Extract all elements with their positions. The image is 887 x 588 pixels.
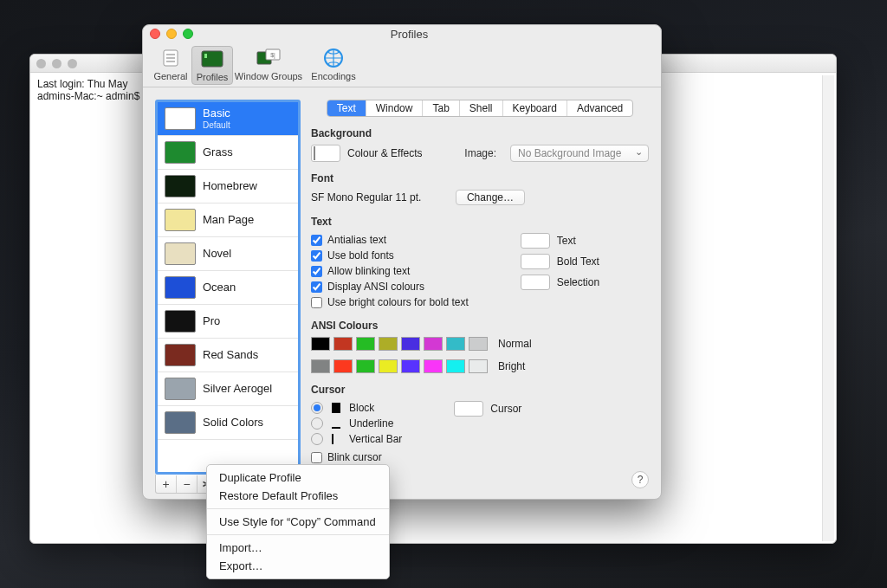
profile-name: Red Sands: [203, 349, 258, 362]
ansi-color-well[interactable]: [379, 337, 398, 351]
profile-thumbnail: [165, 141, 196, 164]
ansi-color-well[interactable]: [356, 337, 375, 351]
profile-thumbnail: [165, 175, 196, 197]
toolbar-window-groups[interactable]: $| Window Groups: [233, 46, 304, 83]
cursor-underline-radio[interactable]: Underline: [311, 417, 402, 430]
profile-thumbnail: [165, 209, 196, 231]
ansi-color-well[interactable]: [333, 337, 353, 351]
ansi-color-well[interactable]: [469, 359, 488, 373]
remove-profile-button[interactable]: −: [177, 475, 197, 493]
ansi-colours-checkbox[interactable]: Display ANSI colours: [311, 281, 469, 293]
scrollbar[interactable]: [822, 75, 834, 541]
ansi-color-well[interactable]: [356, 359, 375, 373]
toolbar-encodings[interactable]: Encodings: [304, 46, 363, 83]
close-icon[interactable]: [150, 29, 160, 39]
profile-item-man-page[interactable]: Man Page: [158, 204, 298, 237]
profile-item-grass[interactable]: Grass: [158, 136, 298, 170]
ansi-color-well[interactable]: [469, 337, 488, 351]
svg-rect-4: [202, 51, 223, 67]
svg-rect-5: [204, 54, 207, 58]
profile-item-pro[interactable]: Pro: [158, 305, 298, 339]
profile-thumbnail: [165, 411, 196, 434]
minimize-icon[interactable]: [52, 59, 62, 68]
ansi-color-well[interactable]: [446, 359, 465, 373]
terminal-line: admins-Mac:~ admin$: [37, 90, 139, 102]
profile-thumbnail: [165, 344, 196, 366]
add-profile-button[interactable]: +: [156, 475, 177, 493]
profile-list[interactable]: BasicDefaultGrassHomebrewMan PageNovelOc…: [155, 100, 301, 475]
font-value: SF Mono Regular 11 pt.: [311, 191, 421, 204]
tab-shell[interactable]: Shell: [460, 100, 503, 116]
ansi-color-well[interactable]: [401, 337, 420, 351]
toolbar-general[interactable]: General: [150, 46, 191, 83]
bold-text-color-well[interactable]: Bold Text: [521, 254, 599, 269]
ansi-color-well[interactable]: [424, 337, 443, 351]
cursor-vertical-radio[interactable]: Vertical Bar: [311, 433, 402, 445]
profile-item-ocean[interactable]: Ocean: [158, 271, 298, 305]
ansi-color-well[interactable]: [424, 359, 443, 373]
underline-cursor-icon: [332, 418, 340, 429]
profile-item-silver-aerogel[interactable]: Silver Aerogel: [158, 372, 298, 406]
tab-advanced[interactable]: Advanced: [567, 100, 632, 116]
close-icon[interactable]: [36, 59, 46, 68]
ansi-color-well[interactable]: [333, 359, 353, 373]
profile-name: Pro: [203, 315, 220, 328]
globe-icon: [320, 48, 346, 68]
profile-name: Grass: [203, 146, 233, 159]
colour-effects-label: Colour & Effects: [347, 147, 422, 159]
tab-window[interactable]: Window: [366, 100, 424, 116]
background-image-popup[interactable]: No Background Image: [510, 145, 649, 162]
antialias-checkbox[interactable]: Antialias text: [311, 234, 469, 246]
selection-color-well[interactable]: Selection: [521, 275, 599, 290]
profile-item-basic[interactable]: BasicDefault: [158, 102, 298, 136]
menu-export[interactable]: Export…: [207, 557, 389, 575]
menu-restore-defaults[interactable]: Restore Default Profiles: [207, 487, 389, 505]
profile-item-solid-colors[interactable]: Solid Colors: [158, 406, 298, 440]
profile-item-red-sands[interactable]: Red Sands: [158, 339, 298, 372]
slider-icon: [158, 48, 184, 68]
menu-use-style-copy[interactable]: Use Style for “Copy” Command: [207, 513, 389, 531]
toolbar-label: Encodings: [311, 71, 355, 81]
ansi-color-well[interactable]: [311, 359, 330, 373]
windows-icon: $|: [256, 48, 282, 68]
profile-item-homebrew[interactable]: Homebrew: [158, 170, 298, 204]
ansi-color-well[interactable]: [446, 337, 465, 351]
blink-cursor-checkbox[interactable]: Blink cursor: [311, 451, 402, 463]
profile-pane: BasicDefaultGrassHomebrewMan PageNovelOc…: [155, 100, 301, 494]
tab-keyboard[interactable]: Keyboard: [503, 100, 567, 116]
profile-name: Homebrew: [203, 180, 257, 193]
cursor-color-well[interactable]: Cursor: [454, 401, 521, 417]
menu-duplicate-profile[interactable]: Duplicate Profile: [207, 468, 389, 487]
cursor-heading: Cursor: [311, 384, 649, 396]
change-font-button[interactable]: Change…: [456, 190, 525, 205]
profile-item-novel[interactable]: Novel: [158, 237, 298, 271]
help-button[interactable]: ?: [631, 471, 649, 488]
vertical-cursor-icon: [332, 434, 340, 444]
preferences-titlebar[interactable]: Profiles: [143, 25, 661, 42]
menu-import[interactable]: Import…: [207, 539, 389, 557]
background-heading: Background: [311, 127, 649, 139]
tab-text[interactable]: Text: [327, 100, 366, 116]
toolbar-profiles[interactable]: Profiles: [191, 46, 233, 85]
bold-fonts-checkbox[interactable]: Use bold fonts: [311, 249, 469, 262]
terminal-line: Last login: Thu May: [37, 78, 128, 90]
preferences-window: Profiles General Profiles $| Window Grou…: [142, 24, 662, 500]
blinking-checkbox[interactable]: Allow blinking text: [311, 265, 469, 277]
ansi-color-well[interactable]: [379, 359, 398, 373]
ansi-normal-row: Normal: [311, 337, 649, 351]
profile-detail: Text Window Tab Shell Keyboard Advanced …: [311, 100, 649, 494]
background-color-well[interactable]: [311, 145, 340, 162]
profile-name: Basic: [203, 107, 230, 120]
bright-bold-checkbox[interactable]: Use bright colours for bold text: [311, 296, 469, 308]
zoom-icon[interactable]: [68, 59, 77, 68]
tab-tab[interactable]: Tab: [423, 100, 459, 116]
ansi-color-well[interactable]: [401, 359, 420, 373]
ansi-color-well[interactable]: [311, 337, 330, 351]
cursor-block-radio[interactable]: Block: [311, 402, 402, 414]
profile-thumbnail: [165, 378, 196, 400]
svg-text:$|: $|: [270, 52, 275, 59]
profile-thumbnail: [165, 107, 196, 130]
ansi-heading: ANSI Colours: [311, 320, 649, 332]
profile-thumbnail: [165, 276, 196, 299]
text-color-well[interactable]: Text: [521, 233, 599, 249]
